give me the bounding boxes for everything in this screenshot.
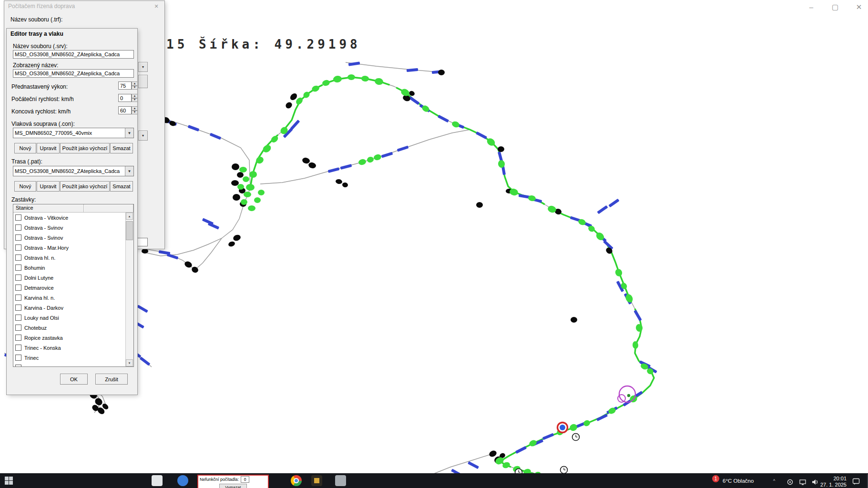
route-use-default-button[interactable]: Použít jako výchozí bbox=[60, 181, 110, 192]
stop-checkbox[interactable] bbox=[15, 365, 21, 366]
station-marker[interactable] bbox=[347, 74, 355, 80]
stop-row[interactable]: Ostrava - Svinov bbox=[13, 233, 126, 243]
stop-row[interactable]: Ostrava hl. n. bbox=[13, 253, 126, 263]
network-icon[interactable] bbox=[799, 478, 807, 486]
taskbar-app-gray[interactable] bbox=[335, 475, 346, 486]
node-marker[interactable] bbox=[335, 179, 343, 184]
cancel-button[interactable]: Zrušit bbox=[95, 374, 128, 385]
stop-checkbox[interactable] bbox=[15, 234, 21, 241]
node-marker[interactable] bbox=[231, 180, 239, 186]
station-marker[interactable] bbox=[241, 199, 247, 205]
hidden-icons-chevron[interactable]: ^ bbox=[773, 478, 775, 483]
station-marker[interactable] bbox=[373, 153, 382, 161]
stop-checkbox[interactable] bbox=[15, 274, 21, 281]
action-center-icon[interactable] bbox=[852, 478, 860, 485]
stop-checkbox[interactable] bbox=[15, 295, 21, 301]
scroll-thumb[interactable] bbox=[126, 221, 133, 240]
node-marker[interactable] bbox=[142, 249, 148, 254]
selected-route-line[interactable] bbox=[250, 77, 654, 478]
back-button-fragment[interactable] bbox=[138, 75, 148, 88]
station-marker[interactable] bbox=[243, 176, 249, 182]
taskbar-app-blue[interactable] bbox=[177, 475, 188, 486]
consist-edit-button[interactable]: Upravit bbox=[37, 143, 60, 153]
node-marker[interactable] bbox=[232, 163, 239, 170]
stop-checkbox[interactable] bbox=[15, 345, 21, 351]
station-marker[interactable] bbox=[239, 167, 247, 173]
node-marker[interactable] bbox=[302, 157, 311, 164]
consist-delete-button[interactable]: Smazat bbox=[110, 143, 133, 153]
route-edit-button[interactable]: Upravit bbox=[37, 181, 60, 192]
stop-row[interactable]: Bohumin bbox=[13, 263, 126, 273]
stop-checkbox[interactable] bbox=[15, 355, 21, 361]
stops-scrollbar[interactable]: ▲ ▼ bbox=[125, 213, 133, 366]
taskbar-app-doc[interactable] bbox=[152, 475, 163, 486]
station-marker[interactable] bbox=[569, 423, 578, 432]
stop-row[interactable]: Karvina hl. n. bbox=[13, 293, 126, 303]
node-marker[interactable] bbox=[476, 202, 483, 208]
spin-down-icon[interactable]: ▼ bbox=[132, 98, 138, 102]
node-marker[interactable] bbox=[228, 241, 236, 247]
display-name-input[interactable]: MSD_OS3908_MN86502_ZAteplicka_Cadca bbox=[13, 69, 134, 78]
consist-new-button[interactable]: Nový bbox=[14, 143, 36, 153]
start-speed-value[interactable]: 0 bbox=[118, 94, 132, 102]
stop-checkbox[interactable] bbox=[15, 224, 21, 231]
stops-column-header-blank[interactable] bbox=[84, 204, 133, 213]
station-marker[interactable] bbox=[258, 190, 265, 195]
node-marker[interactable] bbox=[342, 182, 348, 188]
stop-checkbox[interactable] bbox=[15, 335, 21, 341]
stop-row[interactable]: Ostrava - Vitkovice bbox=[13, 213, 126, 223]
counters-alert-value[interactable]: 0 bbox=[241, 476, 249, 483]
node-marker[interactable] bbox=[488, 449, 498, 458]
spin-down-icon[interactable]: ▼ bbox=[132, 111, 138, 115]
node-marker[interactable] bbox=[285, 101, 293, 110]
stop-row[interactable]: Chotebuz bbox=[13, 323, 126, 333]
node-marker[interactable] bbox=[233, 194, 240, 201]
node-marker[interactable] bbox=[438, 70, 445, 75]
chevron-down-icon[interactable]: ▼ bbox=[125, 166, 133, 176]
stop-checkbox[interactable] bbox=[15, 254, 21, 261]
scroll-up-icon[interactable]: ▲ bbox=[126, 213, 133, 220]
stop-checkbox[interactable] bbox=[15, 285, 21, 291]
ok-button[interactable]: OK bbox=[60, 374, 88, 385]
stop-row[interactable] bbox=[13, 363, 126, 366]
taskbar-app-chrome[interactable] bbox=[291, 475, 302, 486]
selection-ring-icon[interactable] bbox=[619, 386, 635, 402]
node-marker[interactable] bbox=[232, 234, 241, 242]
stops-column-header[interactable]: Stanice bbox=[13, 204, 84, 213]
station-marker[interactable] bbox=[358, 158, 367, 166]
stop-checkbox[interactable] bbox=[15, 264, 21, 271]
route-new-button[interactable]: Nový bbox=[14, 181, 36, 192]
scroll-down-icon[interactable]: ▼ bbox=[126, 359, 133, 366]
station-marker[interactable] bbox=[367, 156, 375, 163]
power-stepper[interactable]: 75 ▲▼ bbox=[118, 81, 138, 90]
station-marker[interactable] bbox=[249, 171, 257, 178]
spin-up-icon[interactable]: ▲ bbox=[132, 94, 138, 98]
node-marker[interactable] bbox=[498, 146, 504, 152]
clock-widget[interactable]: 20:01 27. 1. 2025 bbox=[812, 476, 847, 488]
station-marker[interactable] bbox=[244, 192, 251, 197]
station-marker[interactable] bbox=[254, 197, 261, 203]
chevron-down-icon[interactable]: ▼ bbox=[125, 128, 133, 138]
station-marker[interactable] bbox=[501, 461, 511, 469]
start-button[interactable] bbox=[5, 477, 13, 485]
power-value[interactable]: 75 bbox=[118, 81, 132, 90]
consist-dropdown[interactable]: MS_DMN86502_770095_40vmix ▼ bbox=[13, 128, 134, 138]
route-delete-button[interactable]: Smazat bbox=[110, 181, 133, 192]
maximize-icon[interactable]: ▢ bbox=[829, 3, 841, 11]
spin-up-icon[interactable]: ▲ bbox=[132, 81, 138, 86]
stop-row[interactable]: Ostrava - Svinov bbox=[13, 223, 126, 233]
spin-down-icon[interactable]: ▼ bbox=[132, 86, 138, 90]
back-combo-arrow-icon[interactable]: ▾ bbox=[138, 62, 148, 72]
consist-use-default-button[interactable]: Použít jako výchozí bbox=[60, 143, 110, 153]
station-marker[interactable] bbox=[322, 79, 331, 87]
stop-row[interactable]: Detmarovice bbox=[13, 283, 126, 293]
stop-checkbox[interactable] bbox=[15, 214, 21, 221]
minimize-icon[interactable]: – bbox=[805, 3, 817, 11]
station-marker[interactable] bbox=[614, 268, 623, 277]
station-marker[interactable] bbox=[451, 121, 460, 129]
srv-file-input[interactable]: MSD_OS3908_MN86502_ZAteplicka_Cadca bbox=[13, 50, 134, 59]
stop-checkbox[interactable] bbox=[15, 244, 21, 251]
route-dropdown[interactable]: MSD_OS3908_MN86502_ZAteplicka_Cadca ▼ bbox=[13, 166, 134, 176]
tray-app-icon[interactable] bbox=[786, 478, 794, 486]
stop-row[interactable]: Karvina - Darkov bbox=[13, 303, 126, 313]
